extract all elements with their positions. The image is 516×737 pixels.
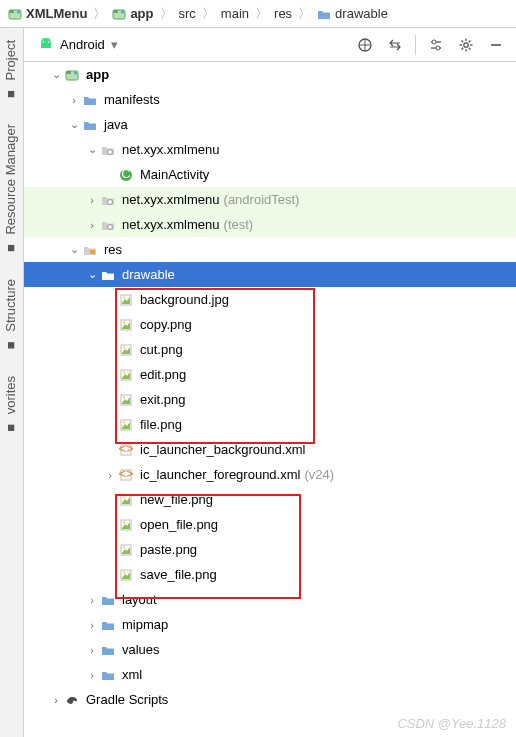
tree-row[interactable]: new_file.png [24, 487, 516, 512]
tree-label: ic_launcher_foreground.xml [140, 467, 300, 482]
chevron-down-icon: ▾ [111, 37, 118, 52]
tree-row[interactable]: ›Gradle Scripts [24, 687, 516, 712]
select-opened-file-button[interactable] [353, 33, 377, 57]
hide-button[interactable] [484, 33, 508, 57]
breadcrumb-item[interactable]: XMLMenu [6, 6, 89, 21]
tree-row[interactable]: exit.png [24, 387, 516, 412]
chevron-down-icon[interactable]: ⌄ [66, 243, 82, 256]
tool-tab-label: Project [3, 40, 18, 80]
tree-row[interactable]: open_file.png [24, 512, 516, 537]
chevron-right-icon[interactable]: › [66, 94, 82, 106]
svg-point-2 [17, 10, 20, 13]
svg-line-22 [462, 40, 464, 42]
tool-tab-label: vorites [3, 376, 18, 414]
tree-label: copy.png [140, 317, 192, 332]
tree-row[interactable]: ⌄drawable [24, 262, 516, 287]
tree-row[interactable]: ›manifests [24, 87, 516, 112]
image-icon [118, 492, 134, 508]
tree-row[interactable]: ⌄java [24, 112, 516, 137]
tree-label: res [104, 242, 122, 257]
folder-sel-icon [100, 267, 116, 283]
tree-row[interactable]: ›net.xyx.xmlmenu (test) [24, 212, 516, 237]
tree-label: new_file.png [140, 492, 213, 507]
folder-icon [100, 667, 116, 683]
tree-row[interactable]: ›values [24, 637, 516, 662]
tree-row[interactable]: save_file.png [24, 562, 516, 587]
tool-window-tab[interactable]: ■Resource Manager [0, 112, 21, 267]
tree-label: manifests [104, 92, 160, 107]
tree-label: paste.png [140, 542, 197, 557]
tree-label: cut.png [140, 342, 183, 357]
chevron-right-icon[interactable]: › [84, 619, 100, 631]
svg-point-17 [464, 42, 468, 46]
chevron-down-icon[interactable]: ⌄ [48, 68, 64, 81]
tree-row[interactable]: file.png [24, 412, 516, 437]
svg-line-9 [49, 38, 51, 40]
tree-row[interactable]: cut.png [24, 337, 516, 362]
tree-label: file.png [140, 417, 182, 432]
chevron-down-icon[interactable]: ⌄ [66, 118, 82, 131]
project-tree[interactable]: ⌄app›manifests⌄java⌄net.xyx.xmlmenuCMain… [24, 62, 516, 737]
tool-window-tab[interactable]: ■Project [0, 28, 21, 112]
chevron-right-icon[interactable]: › [84, 669, 100, 681]
xml-icon: <> [118, 467, 134, 483]
chevron-down-icon[interactable]: ⌄ [84, 268, 100, 281]
tree-row[interactable]: ›xml [24, 662, 516, 687]
project-toolbar: Android ▾ [24, 28, 516, 62]
package-icon [100, 142, 116, 158]
breadcrumb-item[interactable]: drawable [315, 6, 390, 21]
chevron-right-icon[interactable]: › [48, 694, 64, 706]
xml-icon: <> [118, 442, 134, 458]
image-icon [118, 567, 134, 583]
svg-point-60 [123, 496, 125, 498]
tree-row[interactable]: copy.png [24, 312, 516, 337]
tree-label: xml [122, 667, 142, 682]
watermark: CSDN @Yee.1128 [397, 716, 506, 731]
svg-point-7 [48, 41, 50, 43]
breadcrumb-item[interactable]: main [219, 6, 251, 21]
tree-row[interactable]: ⌄net.xyx.xmlmenu [24, 137, 516, 162]
tree-row[interactable]: ›layout [24, 587, 516, 612]
breadcrumb-sep: 〉 [93, 5, 106, 23]
tree-row[interactable]: ⌄app [24, 62, 516, 87]
chevron-right-icon[interactable]: › [84, 594, 100, 606]
tree-row[interactable]: ›net.xyx.xmlmenu (androidTest) [24, 187, 516, 212]
chevron-right-icon[interactable]: › [102, 469, 118, 481]
tree-row[interactable]: background.jpg [24, 287, 516, 312]
tree-row[interactable]: paste.png [24, 537, 516, 562]
tree-row[interactable]: ›mipmap [24, 612, 516, 637]
breadcrumb-item[interactable]: res [272, 6, 294, 21]
tree-row[interactable]: ⌄res [24, 237, 516, 262]
folder-icon [82, 92, 98, 108]
svg-text:C: C [121, 168, 130, 181]
tree-row[interactable]: CMainActivity [24, 162, 516, 187]
tree-row[interactable]: edit.png [24, 362, 516, 387]
settings-sliders-button[interactable] [424, 33, 448, 57]
expand-all-button[interactable] [383, 33, 407, 57]
chevron-right-icon[interactable]: › [84, 644, 100, 656]
breadcrumb-sep: 〉 [160, 5, 173, 23]
svg-rect-1 [9, 10, 14, 13]
tree-row[interactable]: ›<>ic_launcher_foreground.xml (v24) [24, 462, 516, 487]
tree-row[interactable]: <>ic_launcher_background.xml [24, 437, 516, 462]
image-icon [118, 542, 134, 558]
gear-button[interactable] [454, 33, 478, 57]
svg-point-50 [123, 396, 125, 398]
view-mode-dropdown[interactable]: Android ▾ [32, 35, 124, 55]
tree-label: app [86, 67, 109, 82]
svg-line-23 [469, 47, 471, 49]
breadcrumb-label: XMLMenu [26, 6, 87, 21]
svg-line-25 [469, 40, 471, 42]
svg-point-53 [123, 421, 125, 423]
breadcrumb-item[interactable]: app [110, 6, 155, 21]
chevron-down-icon[interactable]: ⌄ [84, 143, 100, 156]
tree-label: mipmap [122, 617, 168, 632]
breadcrumb: XMLMenu〉app〉src〉main〉res〉drawable [0, 0, 516, 28]
breadcrumb-item[interactable]: src [177, 6, 198, 21]
chevron-right-icon[interactable]: › [84, 194, 100, 206]
chevron-right-icon[interactable]: › [84, 219, 100, 231]
tool-window-tab[interactable]: ■Structure [0, 267, 21, 364]
package-icon [100, 217, 116, 233]
image-icon [118, 292, 134, 308]
tool-window-tab[interactable]: ■vorites [0, 364, 21, 446]
